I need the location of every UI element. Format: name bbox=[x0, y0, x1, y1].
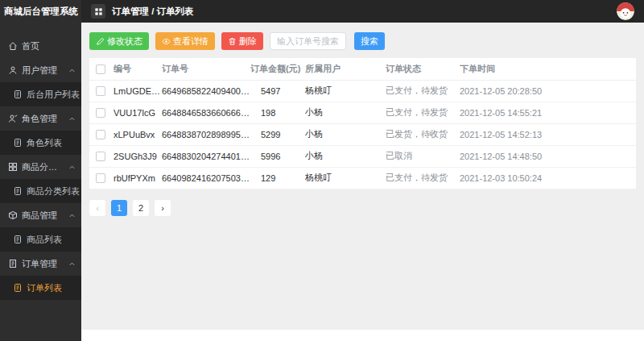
doc-icon bbox=[13, 283, 23, 293]
sidebar-item[interactable]: 角色管理 bbox=[0, 106, 81, 131]
table-cell: 小杨 bbox=[305, 102, 386, 123]
row-checkbox[interactable] bbox=[96, 152, 105, 161]
orders-table: 编号订单号订单金额(元)所属用户订单状态下单时间 LmUGDEbE6649685… bbox=[89, 58, 636, 189]
sidebar-subitem[interactable]: 商品分类列表 bbox=[0, 179, 81, 203]
table-cell: 5299 bbox=[250, 123, 305, 145]
sidebar: 商城后台管理系统 首页用户管理后台用户列表角色管理角色列表商品分类管理商品分类列… bbox=[0, 0, 81, 341]
sidebar-subitem[interactable]: 后台用户列表 bbox=[0, 82, 81, 106]
sidebar-item-label: 用户管理 bbox=[22, 64, 57, 77]
button-label: 删除 bbox=[239, 35, 257, 48]
sidebar-item[interactable]: 商品管理 bbox=[0, 203, 81, 227]
column-header: 订单状态 bbox=[386, 58, 460, 80]
table-cell: VUU17lcG bbox=[114, 102, 162, 123]
sidebar-subitem-label: 订单列表 bbox=[27, 282, 62, 294]
chevron-up-icon bbox=[68, 164, 76, 171]
chevron-up-icon bbox=[68, 260, 76, 268]
sidebar-subitem[interactable]: 角色列表 bbox=[0, 131, 81, 155]
pagination-page-button[interactable]: 1 bbox=[111, 200, 127, 216]
delete-button[interactable]: 删除 bbox=[221, 32, 263, 50]
table-cell: 664968582240940032 bbox=[162, 80, 250, 102]
sidebar-menu: 首页用户管理后台用户列表角色管理角色列表商品分类管理商品分类列表商品管理商品列表… bbox=[0, 23, 81, 341]
pagination-prev-button[interactable]: ‹ bbox=[89, 200, 105, 216]
table-cell: 2021-12-05 14:52:13 bbox=[460, 123, 636, 145]
goods-icon bbox=[8, 210, 18, 220]
app-window: 商城后台管理系统 首页用户管理后台用户列表角色管理角色列表商品分类管理商品分类列… bbox=[0, 0, 644, 341]
row-checkbox[interactable] bbox=[96, 86, 105, 96]
button-label: 查看详情 bbox=[173, 35, 208, 48]
sidebar-item[interactable]: 用户管理 bbox=[0, 58, 81, 82]
table-cell: 664884658366066688 bbox=[162, 102, 250, 123]
grid-icon bbox=[94, 7, 103, 16]
row-checkbox[interactable] bbox=[96, 173, 105, 183]
menu-toggle-button[interactable] bbox=[91, 4, 105, 19]
table-cell: 664883870289899520 bbox=[162, 123, 250, 145]
sidebar-subitem[interactable]: 商品列表 bbox=[0, 227, 81, 252]
sidebar-subitem[interactable]: 订单列表 bbox=[0, 276, 81, 300]
view-detail-button[interactable]: 查看详情 bbox=[155, 32, 215, 50]
button-label: 修改状态 bbox=[107, 35, 142, 48]
table-cell: 5497 bbox=[250, 80, 305, 102]
table-cell: 2021-12-05 14:48:50 bbox=[460, 145, 636, 167]
pagination-page-button[interactable]: 2 bbox=[133, 200, 149, 216]
sidebar-subitem-label: 角色列表 bbox=[27, 137, 62, 149]
chevron-up-icon bbox=[68, 67, 76, 74]
doc-icon bbox=[13, 138, 23, 148]
table-row[interactable]: rbUfPYXm664098241620750336129杨桃叮已支付，待发货2… bbox=[89, 167, 636, 189]
table-cell: 198 bbox=[250, 102, 305, 123]
pagination: ‹12› bbox=[89, 200, 636, 216]
search-input[interactable] bbox=[270, 32, 346, 50]
column-header: 下单时间 bbox=[460, 58, 636, 80]
delete-icon bbox=[228, 37, 237, 46]
table-row[interactable]: LmUGDEbE6649685822409400325497杨桃叮已支付，待发货… bbox=[89, 80, 636, 102]
table-cell: 已支付，待发货 bbox=[386, 80, 460, 102]
column-header: 所属用户 bbox=[305, 58, 386, 80]
table-cell: 小杨 bbox=[305, 145, 386, 167]
table-cell: 5996 bbox=[250, 145, 305, 167]
edit-icon bbox=[96, 37, 105, 46]
table-cell: 664098241620750336 bbox=[162, 167, 250, 189]
table-header: 编号订单号订单金额(元)所属用户订单状态下单时间 bbox=[89, 58, 636, 80]
chevron-up-icon bbox=[68, 115, 76, 123]
order-icon bbox=[8, 259, 18, 268]
sidebar-item[interactable]: 订单管理 bbox=[0, 252, 81, 276]
user-icon bbox=[8, 65, 18, 75]
sidebar-item[interactable]: 商品分类管理 bbox=[0, 155, 81, 179]
search-button[interactable]: 搜索 bbox=[354, 32, 385, 50]
main-area: 订单管理 / 订单列表 修改状态查看详情删除 搜索 bbox=[81, 0, 644, 341]
sidebar-item-label: 商品管理 bbox=[22, 210, 57, 222]
table-body: LmUGDEbE6649685822409400325497杨桃叮已支付，待发货… bbox=[89, 80, 636, 189]
table-cell: 已发货，待收货 bbox=[386, 123, 460, 145]
sidebar-item[interactable]: 首页 bbox=[0, 34, 81, 58]
table-row[interactable]: VUU17lcG664884658366066688198小杨已支付，待发货20… bbox=[89, 102, 636, 123]
pagination-next-button[interactable]: › bbox=[155, 200, 171, 216]
sidebar-subitem-label: 商品分类列表 bbox=[27, 185, 80, 198]
avatar[interactable] bbox=[617, 2, 634, 20]
content-area: 修改状态查看详情删除 搜索 编号订单号订单金额(元)所属用户订单状态下单时间 L… bbox=[81, 23, 644, 330]
table-cell: 2SUGh3J9 bbox=[114, 145, 162, 167]
edit-status-button[interactable]: 修改状态 bbox=[89, 32, 149, 50]
table-cell: 2021-12-03 10:50:24 bbox=[460, 167, 636, 189]
column-header: 订单金额(元) bbox=[250, 58, 305, 80]
sidebar-item-label: 角色管理 bbox=[22, 113, 57, 125]
doc-icon bbox=[13, 186, 23, 196]
table-cell: 小杨 bbox=[305, 123, 386, 145]
sidebar-subitem-label: 后台用户列表 bbox=[27, 89, 80, 101]
table-row[interactable]: 2SUGh3J96648830204274401285996小杨已取消2021-… bbox=[89, 145, 636, 167]
table-row[interactable]: xLPUuBvx6648838702898995205299小杨已发货，待收货2… bbox=[89, 123, 636, 145]
table-cell: 已支付，待发货 bbox=[386, 102, 460, 123]
row-checkbox[interactable] bbox=[96, 108, 105, 118]
avatar-image bbox=[617, 2, 634, 20]
sidebar-item-label: 订单管理 bbox=[22, 258, 57, 270]
table-cell: 2021-12-05 14:55:21 bbox=[460, 102, 636, 123]
column-header: 编号 bbox=[114, 58, 162, 80]
table-cell: 已支付，待发货 bbox=[386, 167, 460, 189]
select-all-checkbox[interactable] bbox=[96, 64, 105, 74]
home-icon bbox=[8, 41, 18, 51]
doc-icon bbox=[13, 235, 23, 244]
table-cell: 已取消 bbox=[386, 145, 460, 167]
table-cell: 杨桃叮 bbox=[305, 80, 386, 102]
doc-icon bbox=[13, 89, 23, 99]
table-cell: 129 bbox=[250, 167, 305, 189]
row-checkbox[interactable] bbox=[96, 130, 105, 139]
footer bbox=[81, 330, 644, 341]
